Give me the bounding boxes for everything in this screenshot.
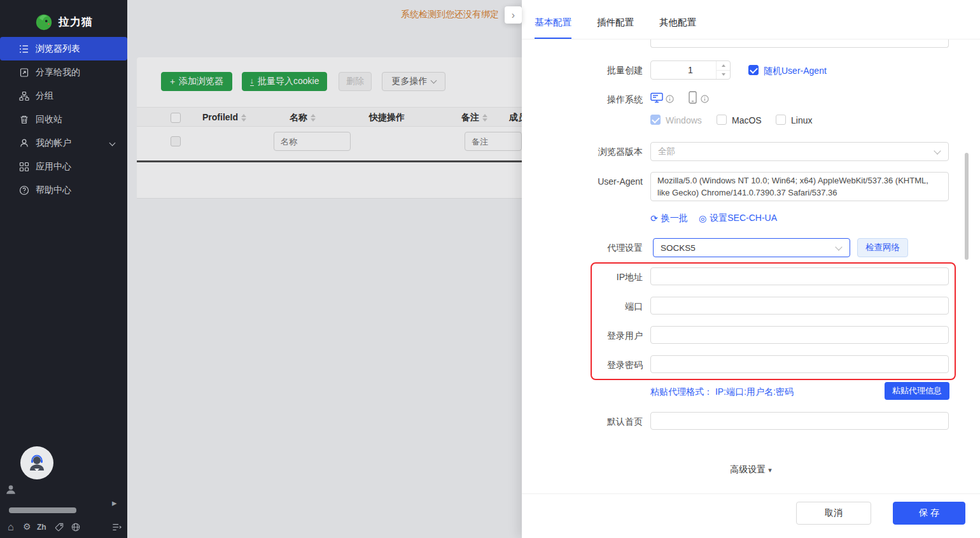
- tab-plugin-config[interactable]: 插件配置: [597, 17, 634, 39]
- paste-proxy-format-hint: 粘贴代理格式： IP:端口:用户名:密码: [650, 386, 794, 398]
- paste-proxy-button[interactable]: 粘贴代理信息: [885, 382, 949, 400]
- browser-version-value: 全部: [658, 146, 675, 157]
- headset-person-icon: [26, 452, 48, 474]
- proxy-username-input[interactable]: [650, 326, 949, 344]
- proxy-password-input[interactable]: [650, 355, 949, 373]
- ip-address-input[interactable]: [650, 267, 949, 285]
- customer-service-avatar[interactable]: [20, 446, 53, 479]
- homepage-label: 默认首页: [547, 416, 643, 428]
- app-logo: 拉力猫: [0, 8, 127, 36]
- sidebar-item-help-center[interactable]: 帮助中心: [0, 178, 127, 202]
- sidebar-item-app-center[interactable]: 应用中心: [0, 155, 127, 178]
- advanced-settings-toggle[interactable]: 高级设置 ▾: [522, 464, 980, 476]
- os-label: 操作系统: [547, 94, 643, 106]
- browser-version-label: 浏览器版本: [547, 146, 643, 158]
- sidebar-item-label: 分享给我的: [36, 67, 80, 78]
- sidebar-item-my-account[interactable]: 我的帐户: [0, 131, 127, 155]
- proxy-label: 代理设置: [547, 243, 643, 254]
- save-button[interactable]: 保 存: [893, 502, 965, 525]
- chevron-down-icon: [835, 243, 842, 250]
- desktop-icon[interactable]: [650, 92, 663, 106]
- regenerate-ua-link[interactable]: ⟳ 换一批: [650, 213, 688, 224]
- stepper-buttons: [716, 61, 730, 79]
- globe-icon[interactable]: [71, 523, 80, 534]
- proxy-password-label: 登录密码: [547, 360, 643, 371]
- os-macos-checkbox[interactable]: [717, 115, 727, 125]
- sidebar-item-browser-list[interactable]: 浏览器列表: [0, 37, 127, 60]
- advanced-settings-label: 高级设置: [730, 464, 766, 474]
- scrolled-cutoff-input[interactable]: [650, 39, 949, 48]
- os-linux-label: Linux: [791, 115, 812, 125]
- proxy-type-select[interactable]: SOCKS5: [653, 238, 850, 257]
- sidebar-menu: 浏览器列表 分享给我的 分组 回收站: [0, 37, 127, 202]
- browser-config-drawer: › 基本配置 插件配置 其他配置 批量创建 1 随机User-Agent 操作系…: [522, 0, 980, 538]
- sidebar: 拉力猫 浏览器列表 分享给我的: [0, 0, 127, 538]
- random-ua-label[interactable]: 随机User-Agent: [764, 66, 827, 77]
- tag-icon[interactable]: [55, 523, 64, 534]
- apps-icon: [19, 162, 29, 172]
- expand-arrow-icon[interactable]: ▸: [112, 497, 117, 509]
- random-ua-checkbox[interactable]: [748, 65, 759, 75]
- gear-icon[interactable]: ⚙: [23, 521, 31, 532]
- chevron-down-icon: [934, 147, 941, 154]
- share-icon: [19, 67, 29, 78]
- user-agent-textarea[interactable]: Mozilla/5.0 (Windows NT 10.0; Win64; x64…: [650, 172, 949, 201]
- batch-create-value: 1: [688, 65, 693, 75]
- sidebar-item-label: 帮助中心: [36, 185, 71, 196]
- target-icon: ◎: [699, 213, 706, 223]
- sidebar-item-label: 应用中心: [36, 161, 71, 173]
- stepper-down-button[interactable]: [717, 71, 730, 80]
- info-icon[interactable]: [666, 94, 674, 106]
- app-logo-icon: [34, 12, 53, 31]
- sidebar-item-label: 浏览器列表: [36, 43, 80, 55]
- sidebar-item-label: 我的帐户: [36, 138, 71, 149]
- sidebar-item-shared-with-me[interactable]: 分享给我的: [0, 60, 127, 84]
- trash-icon: [19, 115, 29, 125]
- batch-create-stepper[interactable]: 1: [650, 60, 731, 80]
- list-icon: [19, 44, 29, 54]
- collapse-menu-icon[interactable]: [112, 523, 122, 534]
- os-windows-checkbox[interactable]: [650, 115, 661, 125]
- os-macos-label: MacOS: [732, 115, 762, 125]
- info-icon[interactable]: [701, 94, 709, 106]
- chevron-right-icon: ›: [512, 10, 515, 21]
- sidebar-item-label: 分组: [36, 90, 53, 102]
- language-badge[interactable]: Zh: [37, 523, 46, 532]
- sec-ch-ua-link[interactable]: ◎ 设置SEC-CH-UA: [699, 213, 777, 224]
- sidebar-item-recycle-bin[interactable]: 回收站: [0, 108, 127, 131]
- ip-address-label: IP地址: [547, 272, 643, 283]
- regenerate-ua-label: 换一批: [661, 213, 688, 224]
- homepage-input[interactable]: [650, 412, 949, 430]
- cancel-button[interactable]: 取消: [796, 502, 871, 525]
- config-tabs: 基本配置 插件配置 其他配置: [522, 0, 980, 39]
- mobile-icon[interactable]: [689, 91, 697, 106]
- proxy-username-label: 登录用户: [547, 330, 643, 342]
- batch-create-label: 批量创建: [547, 65, 643, 76]
- port-label: 端口: [547, 301, 643, 313]
- chevron-down-icon: [109, 140, 116, 146]
- tab-other-config[interactable]: 其他配置: [659, 17, 696, 39]
- sec-ch-ua-label: 设置SEC-CH-UA: [710, 213, 777, 224]
- user-icon: [19, 138, 29, 148]
- drawer-mask[interactable]: [127, 0, 522, 538]
- drawer-scrollbar[interactable]: [965, 153, 969, 260]
- browser-version-select[interactable]: 全部: [650, 142, 949, 161]
- mini-user-icon[interactable]: [5, 484, 17, 498]
- app-window: 拉力猫 浏览器列表 分享给我的: [0, 0, 980, 538]
- drawer-footer: 取消 保 存: [522, 493, 980, 538]
- sidebar-footer-icons: ⌂ ⚙ Zh: [0, 521, 127, 535]
- home-icon[interactable]: ⌂: [8, 521, 14, 533]
- sidebar-item-label: 回收站: [36, 114, 62, 125]
- port-input[interactable]: [650, 297, 949, 315]
- stepper-up-button[interactable]: [717, 61, 730, 71]
- sidebar-item-groups[interactable]: 分组: [0, 84, 127, 108]
- os-windows-label: Windows: [666, 115, 702, 125]
- drawer-collapse-button[interactable]: ›: [505, 6, 522, 24]
- user-agent-label: User-Agent: [547, 176, 643, 187]
- group-icon: [19, 91, 29, 101]
- app-title: 拉力猫: [59, 15, 93, 29]
- tab-basic-config[interactable]: 基本配置: [535, 17, 571, 39]
- os-linux-checkbox[interactable]: [776, 115, 786, 125]
- check-network-button[interactable]: 检查网络: [857, 238, 908, 257]
- sidebar-scrollbar[interactable]: [9, 507, 76, 513]
